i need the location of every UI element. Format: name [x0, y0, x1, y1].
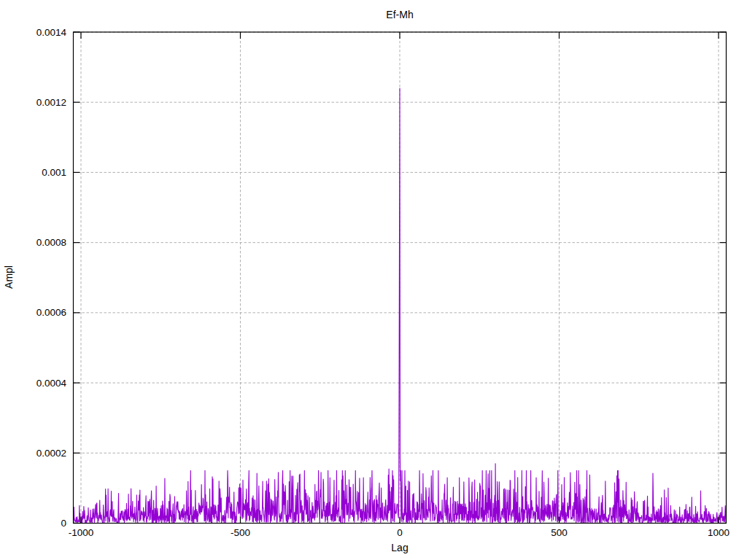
series-line-ef-mh [74, 88, 727, 524]
y-tick-label: 0.001 [4, 167, 66, 178]
y-tick-label: 0.0008 [4, 237, 66, 248]
gnuplot-window: { "chart_data": { "type": "line", "title… [0, 0, 747, 560]
x-tick-label: -500 [231, 527, 250, 538]
x-tick-label: 500 [551, 527, 568, 538]
y-tick-label: 0.0012 [4, 97, 66, 108]
y-tick-label: 0.0014 [4, 27, 66, 38]
y-tick-label: 0 [4, 518, 66, 529]
x-tick-label: -1000 [69, 527, 94, 538]
y-tick-label: 0.0002 [4, 448, 66, 459]
x-tick-label: 1000 [708, 527, 729, 538]
y-tick-label: 0.0006 [4, 307, 66, 318]
y-tick-label: 0.0004 [4, 378, 66, 389]
x-tick-label: 0 [397, 527, 403, 538]
plot-area [0, 0, 747, 560]
